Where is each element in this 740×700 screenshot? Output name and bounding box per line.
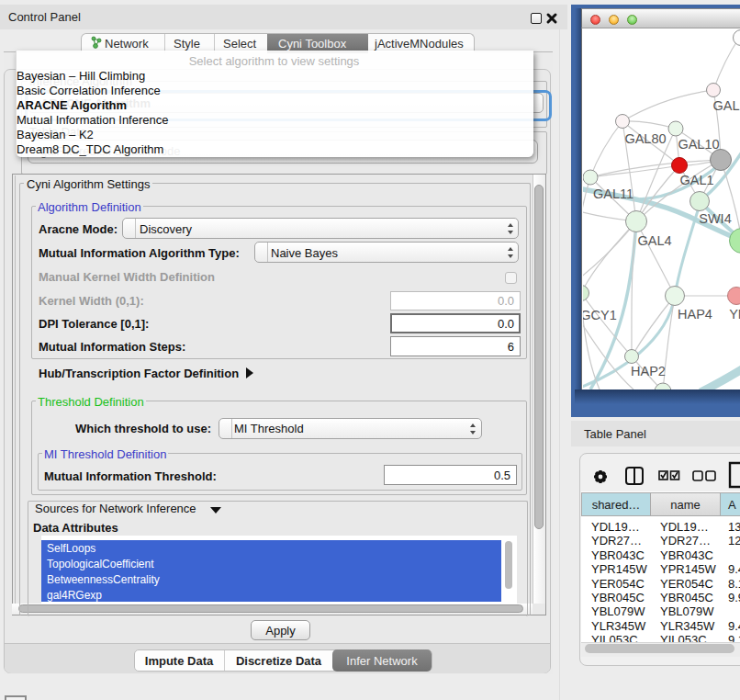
svg-text:GAL4: GAL4 [637, 233, 671, 248]
svg-text:GAL2: GAL2 [712, 98, 740, 113]
svg-text:GAL1: GAL1 [679, 173, 713, 187]
svg-text:YM: YM [729, 307, 740, 322]
svg-text:HAP4: HAP4 [678, 307, 712, 322]
svg-text:SWI4: SWI4 [699, 211, 731, 226]
svg-text:GAL10: GAL10 [678, 137, 719, 152]
svg-text:GAL80: GAL80 [624, 131, 666, 146]
svg-text:HAP2: HAP2 [631, 364, 666, 378]
svg-text:GAL11: GAL11 [593, 186, 633, 201]
svg-text:GCY1: GCY1 [583, 308, 617, 322]
